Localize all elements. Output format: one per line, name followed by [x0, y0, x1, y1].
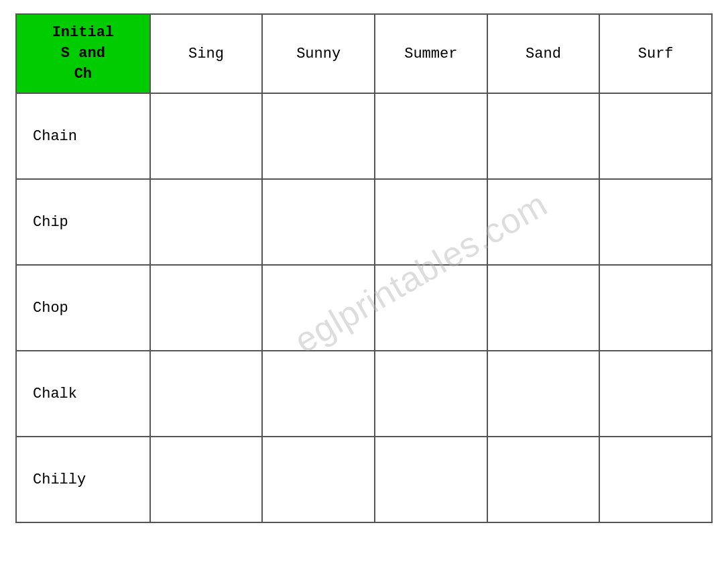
- empty-cell: [599, 93, 712, 179]
- header-cell-summer: Summer: [375, 14, 487, 93]
- empty-cell: [150, 265, 263, 351]
- header-sing-label: Sing: [188, 46, 224, 62]
- header-main-label: InitialS andCh: [52, 24, 114, 82]
- header-cell-sand: Sand: [487, 14, 600, 93]
- table-row: Chop: [16, 265, 712, 351]
- header-cell-surf: Surf: [599, 14, 712, 93]
- empty-cell: [150, 351, 263, 437]
- table-row: Chain: [16, 93, 712, 179]
- header-sand-label: Sand: [526, 46, 561, 62]
- empty-cell: [262, 93, 375, 179]
- table-container: eglprintables.com InitialS andCh Sing Su…: [15, 13, 713, 523]
- header-row: InitialS andCh Sing Sunny Summer Sand Su…: [16, 14, 712, 93]
- header-surf-label: Surf: [638, 46, 674, 62]
- empty-cell: [262, 351, 375, 437]
- empty-cell: [599, 265, 712, 351]
- empty-cell: [150, 93, 263, 179]
- row-label-cell: Chain: [16, 93, 150, 179]
- empty-cell: [262, 179, 375, 265]
- row-label-cell: Chop: [16, 265, 150, 351]
- empty-cell: [262, 437, 375, 522]
- header-cell-main: InitialS andCh: [16, 14, 150, 93]
- row-label-cell: Chilly: [16, 437, 150, 522]
- main-table: InitialS andCh Sing Sunny Summer Sand Su…: [15, 13, 713, 523]
- empty-cell: [375, 351, 487, 437]
- table-row: Chalk: [16, 351, 712, 437]
- header-cell-sing: Sing: [150, 14, 263, 93]
- empty-cell: [150, 179, 263, 265]
- empty-cell: [487, 179, 600, 265]
- empty-cell: [375, 437, 487, 522]
- row-label-cell: Chip: [16, 179, 150, 265]
- empty-cell: [599, 437, 712, 522]
- header-cell-sunny: Sunny: [262, 14, 375, 93]
- empty-cell: [487, 93, 600, 179]
- empty-cell: [487, 265, 600, 351]
- empty-cell: [150, 437, 263, 522]
- row-label-cell: Chalk: [16, 351, 150, 437]
- table-body: ChainChipChopChalkChilly: [16, 93, 712, 522]
- empty-cell: [487, 437, 600, 522]
- empty-cell: [375, 93, 487, 179]
- empty-cell: [262, 265, 375, 351]
- header-sunny-label: Sunny: [296, 46, 341, 62]
- empty-cell: [375, 265, 487, 351]
- header-summer-label: Summer: [404, 46, 457, 62]
- table-row: Chilly: [16, 437, 712, 522]
- empty-cell: [487, 351, 600, 437]
- empty-cell: [599, 351, 712, 437]
- empty-cell: [375, 179, 487, 265]
- empty-cell: [599, 179, 712, 265]
- table-row: Chip: [16, 179, 712, 265]
